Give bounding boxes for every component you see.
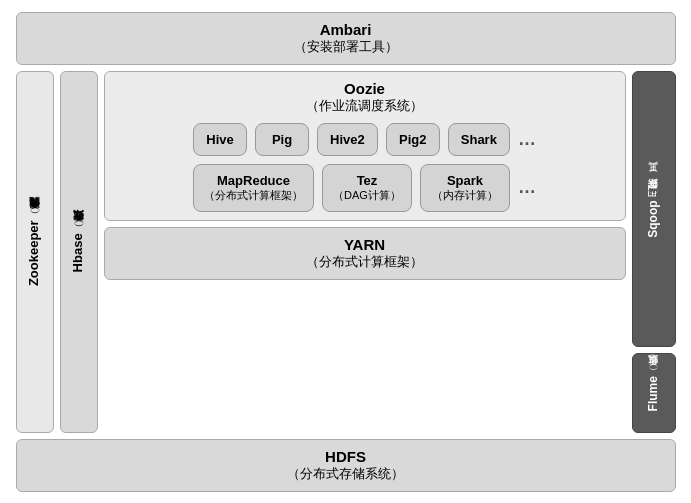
hdfs-subtitle: （分布式存储系统） — [17, 465, 675, 483]
hbase-section: Hbase （分布式数据库） — [60, 71, 98, 433]
compute-spark: Spark （内存计算） — [420, 164, 510, 212]
flume-section: Flume （日志收集） — [632, 353, 676, 433]
tool-shark: Shark — [448, 123, 510, 156]
ambari-section: Ambari （安装部署工具） — [16, 12, 676, 65]
oozie-title-area: Oozie （作业流调度系统） — [113, 80, 617, 115]
right-col: Sqoop （数据库ETL工具） Flume （日志收集） — [632, 71, 676, 433]
middle-row: Zookeeper （分布式协调服务） Hbase （分布式数据库） Oozie… — [16, 71, 676, 433]
tez-title: Tez — [333, 173, 401, 188]
zookeeper-text: Zookeeper （分布式协调服务） — [26, 217, 43, 286]
sqoop-title: Sqoop — [646, 201, 660, 238]
mapreduce-sub: （分布式计算框架） — [204, 188, 303, 203]
sqoop-text: Sqoop （数据库ETL工具） — [646, 179, 662, 238]
yarn-subtitle: （分布式计算框架） — [105, 253, 625, 271]
yarn-title: YARN — [105, 236, 625, 253]
compute-row: MapReduce （分布式计算框架） Tez （DAG计算） Spark （内… — [113, 164, 617, 212]
hdfs-title: HDFS — [17, 448, 675, 465]
center-content: Oozie （作业流调度系统） Hive Pig Hive2 Pig2 Shar… — [104, 71, 626, 433]
tool-hive: Hive — [193, 123, 247, 156]
compute-mapreduce: MapReduce （分布式计算框架） — [193, 164, 314, 212]
hbase-text: Hbase （分布式数据库） — [70, 230, 87, 272]
zookeeper-title: Zookeeper — [26, 220, 41, 286]
hbase-title: Hbase — [70, 234, 85, 273]
ambari-title: Ambari — [17, 21, 675, 38]
flume-title: Flume — [646, 376, 660, 411]
spark-title: Spark — [431, 173, 499, 188]
zookeeper-section: Zookeeper （分布式协调服务） — [16, 71, 54, 433]
spark-sub: （内存计算） — [431, 188, 499, 203]
flume-text: Flume （日志收集） — [646, 373, 662, 411]
tool-hive2: Hive2 — [317, 123, 378, 156]
tool-pig2: Pig2 — [386, 123, 440, 156]
yarn-section: YARN （分布式计算框架） — [104, 227, 626, 280]
tez-sub: （DAG计算） — [333, 188, 401, 203]
oozie-subtitle: （作业流调度系统） — [113, 97, 617, 115]
oozie-section: Oozie （作业流调度系统） Hive Pig Hive2 Pig2 Shar… — [104, 71, 626, 221]
oozie-title: Oozie — [113, 80, 617, 97]
tools-row: Hive Pig Hive2 Pig2 Shark … — [113, 123, 617, 156]
ambari-subtitle: （安装部署工具） — [17, 38, 675, 56]
hdfs-section: HDFS （分布式存储系统） — [16, 439, 676, 492]
sqoop-section: Sqoop （数据库ETL工具） — [632, 71, 676, 347]
tools-dots: … — [518, 129, 536, 150]
sqoop-subtitle: （数据库ETL工具） — [647, 179, 658, 197]
compute-tez: Tez （DAG计算） — [322, 164, 412, 212]
tool-pig: Pig — [255, 123, 309, 156]
mapreduce-title: MapReduce — [204, 173, 303, 188]
compute-dots: … — [518, 177, 536, 198]
hadoop-ecosystem-diagram: Ambari （安装部署工具） Zookeeper （分布式协调服务） Hbas… — [16, 12, 676, 492]
